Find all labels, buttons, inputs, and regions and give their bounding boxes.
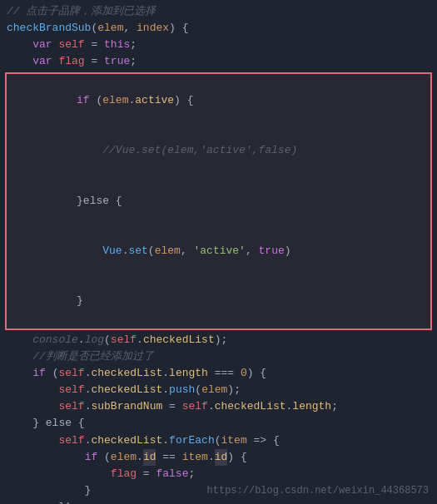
line-close2: }); <box>0 499 437 504</box>
line-if2: if (elem.id == item.id) { <box>0 449 437 466</box>
highlighted-region: if (elem.active) { //Vue.set(elem,'activ… <box>5 72 432 330</box>
line-else: } else { <box>0 415 437 432</box>
func-name: checkBrandSub <box>7 20 91 37</box>
line-4: var flag = true; <box>0 53 437 70</box>
footer-url: https://blog.csdn.net/weixin_44368573 <box>207 483 429 499</box>
line-3: var self = this; <box>0 37 437 53</box>
line-flag: flag = false; <box>0 466 437 482</box>
line-console: console.log(self.checkedList); <box>0 332 437 348</box>
line-foreach: self.checkedList.forEach(item => { <box>0 432 437 449</box>
hl-line-3: }else { <box>7 175 430 225</box>
hl-line-2: //Vue.set(elem,'active',false) <box>7 126 430 175</box>
line-2: checkBrandSub(elem, index) { <box>0 20 437 37</box>
hl-line-1: if (elem.active) { <box>7 76 430 126</box>
code-editor: // 点击子品牌，添加到已选择 checkBrandSub(elem, inde… <box>0 0 437 504</box>
line-comment-1: // 点击子品牌，添加到已选择 <box>7 3 156 20</box>
line-comment2: //判断是否已经添加过了 <box>0 348 437 365</box>
hl-line-5: } <box>7 276 430 326</box>
line-push1: self.checkedList.push(elem); <box>0 382 437 398</box>
line-if1: if (self.checkedList.length === 0) { <box>0 365 437 382</box>
hl-line-4: Vue.set(elem, 'active', true) <box>7 226 430 276</box>
line-sub1: self.subBrandNum = self.checkedList.leng… <box>0 398 437 415</box>
line-1: // 点击子品牌，添加到已选择 <box>0 3 437 20</box>
